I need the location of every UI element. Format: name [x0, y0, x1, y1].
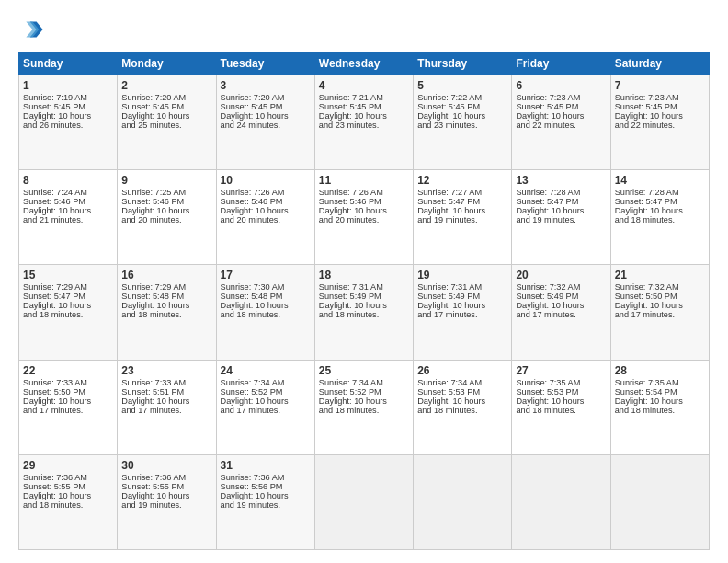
- cell-text: Daylight: 10 hours: [121, 111, 211, 121]
- day-number: 4: [319, 79, 409, 92]
- cell-text: Sunset: 5:51 PM: [121, 387, 211, 396]
- calendar-cell: 10Sunrise: 7:26 AMSunset: 5:46 PMDayligh…: [216, 170, 314, 265]
- calendar-cell: [610, 454, 709, 549]
- cell-text: Daylight: 10 hours: [121, 396, 211, 406]
- day-number: 23: [121, 364, 211, 377]
- cell-text: and 18 minutes.: [615, 406, 705, 415]
- cell-text: Sunset: 5:50 PM: [23, 387, 113, 396]
- cell-text: and 19 minutes.: [516, 215, 606, 224]
- cell-text: and 24 minutes.: [221, 121, 311, 130]
- calendar-cell: 28Sunrise: 7:35 AMSunset: 5:54 PMDayligh…: [610, 360, 709, 454]
- day-number: 9: [121, 174, 211, 187]
- day-number: 19: [417, 269, 507, 282]
- cell-text: Daylight: 10 hours: [516, 206, 606, 215]
- cell-text: Sunset: 5:53 PM: [516, 387, 606, 396]
- day-number: 18: [319, 269, 409, 282]
- cell-text: Sunrise: 7:26 AM: [319, 188, 409, 197]
- cell-text: Sunset: 5:46 PM: [23, 197, 113, 206]
- cell-text: Sunrise: 7:24 AM: [23, 188, 113, 197]
- cell-text: Daylight: 10 hours: [417, 301, 507, 310]
- cell-text: Daylight: 10 hours: [23, 206, 113, 215]
- day-number: 2: [121, 79, 211, 92]
- cell-text: Sunset: 5:45 PM: [121, 102, 211, 111]
- cell-text: and 26 minutes.: [23, 121, 113, 130]
- cell-text: Sunset: 5:49 PM: [516, 292, 606, 301]
- day-number: 14: [615, 174, 705, 187]
- calendar-cell: 1Sunrise: 7:19 AMSunset: 5:45 PMDaylight…: [19, 75, 118, 170]
- cell-text: and 19 minutes.: [417, 215, 507, 224]
- day-number: 31: [221, 459, 311, 472]
- cell-text: and 18 minutes.: [23, 310, 113, 319]
- calendar-cell: [414, 454, 512, 549]
- calendar-cell: 13Sunrise: 7:28 AMSunset: 5:47 PMDayligh…: [512, 170, 610, 265]
- weekday-header-friday: Friday: [512, 52, 610, 75]
- cell-text: Daylight: 10 hours: [615, 111, 705, 121]
- cell-text: and 22 minutes.: [615, 121, 705, 130]
- day-number: 12: [417, 174, 507, 187]
- calendar-cell: 18Sunrise: 7:31 AMSunset: 5:49 PMDayligh…: [314, 265, 413, 360]
- calendar-cell: 8Sunrise: 7:24 AMSunset: 5:46 PMDaylight…: [19, 170, 118, 265]
- cell-text: and 23 minutes.: [319, 121, 409, 130]
- cell-text: Sunset: 5:53 PM: [417, 387, 507, 396]
- day-number: 7: [615, 79, 705, 92]
- cell-text: Daylight: 10 hours: [319, 301, 409, 310]
- cell-text: Daylight: 10 hours: [516, 396, 606, 406]
- cell-text: Sunset: 5:48 PM: [221, 292, 311, 301]
- cell-text: Daylight: 10 hours: [23, 301, 113, 310]
- cell-text: Daylight: 10 hours: [417, 111, 507, 121]
- cell-text: Daylight: 10 hours: [417, 206, 507, 215]
- day-number: 25: [319, 364, 409, 377]
- cell-text: and 17 minutes.: [23, 406, 113, 415]
- calendar-week-5: 29Sunrise: 7:36 AMSunset: 5:55 PMDayligh…: [19, 454, 710, 549]
- cell-text: Sunrise: 7:19 AM: [23, 93, 113, 102]
- cell-text: Sunrise: 7:21 AM: [319, 93, 409, 102]
- cell-text: and 18 minutes.: [221, 310, 311, 319]
- cell-text: Sunrise: 7:33 AM: [121, 378, 211, 387]
- calendar-cell: 21Sunrise: 7:32 AMSunset: 5:50 PMDayligh…: [610, 265, 709, 360]
- cell-text: Daylight: 10 hours: [417, 396, 507, 406]
- calendar-cell: 22Sunrise: 7:33 AMSunset: 5:50 PMDayligh…: [19, 360, 118, 454]
- calendar-cell: 19Sunrise: 7:31 AMSunset: 5:49 PMDayligh…: [414, 265, 512, 360]
- day-number: 26: [417, 364, 507, 377]
- cell-text: and 17 minutes.: [516, 310, 606, 319]
- cell-text: Sunrise: 7:23 AM: [615, 93, 705, 102]
- cell-text: Daylight: 10 hours: [516, 111, 606, 121]
- cell-text: Sunrise: 7:34 AM: [319, 378, 409, 387]
- weekday-row: SundayMondayTuesdayWednesdayThursdayFrid…: [19, 52, 710, 75]
- logo-icon: [18, 17, 44, 42]
- calendar-cell: [512, 454, 610, 549]
- cell-text: and 18 minutes.: [417, 406, 507, 415]
- weekday-header-saturday: Saturday: [610, 52, 709, 75]
- day-number: 20: [516, 269, 606, 282]
- cell-text: Sunrise: 7:35 AM: [615, 378, 705, 387]
- cell-text: and 17 minutes.: [121, 406, 211, 415]
- cell-text: Sunset: 5:50 PM: [615, 292, 705, 301]
- day-number: 17: [221, 269, 311, 282]
- calendar-cell: 4Sunrise: 7:21 AMSunset: 5:45 PMDaylight…: [314, 75, 413, 170]
- cell-text: and 17 minutes.: [221, 406, 311, 415]
- calendar-cell: 9Sunrise: 7:25 AMSunset: 5:46 PMDaylight…: [118, 170, 216, 265]
- cell-text: and 18 minutes.: [319, 406, 409, 415]
- cell-text: Sunrise: 7:31 AM: [417, 282, 507, 292]
- calendar-cell: 7Sunrise: 7:23 AMSunset: 5:45 PMDaylight…: [610, 75, 709, 170]
- day-number: 28: [615, 364, 705, 377]
- day-number: 6: [516, 79, 606, 92]
- day-number: 24: [221, 364, 311, 377]
- cell-text: Sunset: 5:49 PM: [319, 292, 409, 301]
- cell-text: Sunset: 5:56 PM: [221, 482, 311, 491]
- cell-text: Sunrise: 7:22 AM: [417, 93, 507, 102]
- cell-text: Sunset: 5:55 PM: [23, 482, 113, 491]
- cell-text: Sunset: 5:52 PM: [319, 387, 409, 396]
- cell-text: and 17 minutes.: [615, 310, 705, 319]
- calendar-cell: [314, 454, 413, 549]
- calendar-cell: 6Sunrise: 7:23 AMSunset: 5:45 PMDaylight…: [512, 75, 610, 170]
- cell-text: Daylight: 10 hours: [615, 396, 705, 406]
- cell-text: Sunset: 5:45 PM: [615, 102, 705, 111]
- cell-text: Daylight: 10 hours: [221, 396, 311, 406]
- cell-text: Sunset: 5:47 PM: [516, 197, 606, 206]
- cell-text: Sunrise: 7:28 AM: [615, 188, 705, 197]
- calendar-cell: 15Sunrise: 7:29 AMSunset: 5:47 PMDayligh…: [19, 265, 118, 360]
- cell-text: Sunrise: 7:27 AM: [417, 188, 507, 197]
- cell-text: Sunset: 5:55 PM: [121, 482, 211, 491]
- cell-text: Sunset: 5:45 PM: [319, 102, 409, 111]
